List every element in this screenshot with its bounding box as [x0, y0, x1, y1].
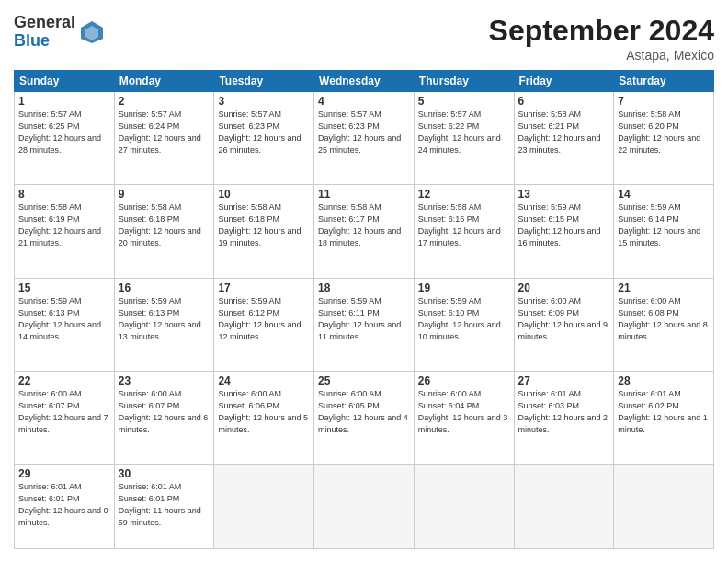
calendar-cell: 6Sunrise: 5:58 AMSunset: 6:21 PMDaylight… — [514, 92, 614, 185]
day-info: Sunrise: 5:58 AMSunset: 6:18 PMDaylight:… — [218, 202, 301, 247]
day-number: 8 — [18, 188, 110, 201]
day-info: Sunrise: 5:59 AMSunset: 6:12 PMDaylight:… — [218, 296, 301, 341]
day-number: 19 — [418, 282, 510, 294]
title-block: September 2024 Astapa, Mexico — [489, 14, 714, 63]
day-number: 6 — [518, 95, 610, 108]
month-title: September 2024 — [489, 14, 714, 48]
day-number: 1 — [18, 95, 110, 108]
calendar-cell: 30Sunrise: 6:01 AMSunset: 6:01 PMDayligh… — [114, 465, 214, 549]
col-header-friday: Friday — [514, 71, 614, 92]
day-number: 13 — [518, 188, 610, 201]
calendar-cell: 11Sunrise: 5:58 AMSunset: 6:17 PMDayligh… — [314, 185, 415, 278]
day-number: 3 — [218, 95, 310, 108]
day-number: 30 — [119, 467, 210, 480]
header: General Blue September 2024 Astapa, Mexi… — [14, 14, 714, 63]
calendar-cell: 8Sunrise: 5:58 AMSunset: 6:19 PMDaylight… — [15, 185, 115, 278]
logo: General Blue — [14, 14, 106, 51]
calendar-cell: 15Sunrise: 5:59 AMSunset: 6:13 PMDayligh… — [15, 278, 115, 371]
day-number: 4 — [318, 95, 410, 108]
day-info: Sunrise: 6:00 AMSunset: 6:05 PMDaylight:… — [318, 389, 408, 434]
day-number: 5 — [418, 95, 510, 108]
day-number: 16 — [119, 282, 210, 294]
logo-icon — [78, 18, 106, 46]
day-number: 21 — [618, 282, 710, 294]
day-info: Sunrise: 5:57 AMSunset: 6:22 PMDaylight:… — [418, 109, 501, 155]
calendar-cell — [514, 465, 614, 549]
day-number: 22 — [18, 374, 110, 387]
day-info: Sunrise: 5:58 AMSunset: 6:21 PMDaylight:… — [518, 109, 601, 155]
day-info: Sunrise: 6:01 AMSunset: 6:01 PMDaylight:… — [18, 482, 108, 527]
calendar-cell: 23Sunrise: 6:00 AMSunset: 6:07 PMDayligh… — [114, 371, 214, 464]
day-number: 28 — [618, 374, 710, 387]
calendar-cell: 21Sunrise: 6:00 AMSunset: 6:08 PMDayligh… — [614, 278, 714, 371]
logo-line2: Blue — [14, 32, 75, 51]
calendar-cell — [414, 465, 514, 549]
col-header-monday: Monday — [114, 71, 214, 92]
day-info: Sunrise: 5:57 AMSunset: 6:25 PMDaylight:… — [18, 109, 101, 155]
day-number: 14 — [618, 188, 710, 201]
col-header-thursday: Thursday — [414, 71, 514, 92]
day-info: Sunrise: 5:58 AMSunset: 6:19 PMDaylight:… — [18, 202, 101, 247]
calendar-cell: 29Sunrise: 6:01 AMSunset: 6:01 PMDayligh… — [15, 465, 115, 549]
col-header-saturday: Saturday — [614, 71, 714, 92]
col-header-tuesday: Tuesday — [214, 71, 314, 92]
day-number: 27 — [518, 374, 610, 387]
day-info: Sunrise: 6:01 AMSunset: 6:02 PMDaylight:… — [618, 389, 708, 434]
day-info: Sunrise: 6:00 AMSunset: 6:08 PMDaylight:… — [618, 296, 708, 341]
day-info: Sunrise: 6:01 AMSunset: 6:01 PMDaylight:… — [119, 482, 201, 527]
day-number: 9 — [119, 188, 210, 201]
calendar-cell — [214, 465, 314, 549]
calendar-cell: 25Sunrise: 6:00 AMSunset: 6:05 PMDayligh… — [314, 371, 415, 464]
calendar-cell: 12Sunrise: 5:58 AMSunset: 6:16 PMDayligh… — [414, 185, 514, 278]
calendar-cell: 13Sunrise: 5:59 AMSunset: 6:15 PMDayligh… — [514, 185, 614, 278]
day-info: Sunrise: 5:59 AMSunset: 6:14 PMDaylight:… — [618, 202, 700, 247]
day-info: Sunrise: 5:57 AMSunset: 6:23 PMDaylight:… — [218, 109, 301, 155]
day-info: Sunrise: 5:59 AMSunset: 6:13 PMDaylight:… — [18, 296, 101, 341]
day-info: Sunrise: 6:00 AMSunset: 6:04 PMDaylight:… — [418, 389, 508, 434]
day-info: Sunrise: 6:00 AMSunset: 6:09 PMDaylight:… — [518, 296, 609, 341]
calendar-cell: 19Sunrise: 5:59 AMSunset: 6:10 PMDayligh… — [414, 278, 514, 371]
day-info: Sunrise: 6:00 AMSunset: 6:06 PMDaylight:… — [218, 389, 308, 434]
day-number: 15 — [18, 282, 110, 294]
day-number: 11 — [318, 188, 410, 201]
day-number: 23 — [119, 374, 210, 387]
calendar-cell: 26Sunrise: 6:00 AMSunset: 6:04 PMDayligh… — [414, 371, 514, 464]
day-info: Sunrise: 5:58 AMSunset: 6:17 PMDaylight:… — [318, 202, 401, 247]
calendar-cell: 18Sunrise: 5:59 AMSunset: 6:11 PMDayligh… — [314, 278, 415, 371]
calendar-cell: 4Sunrise: 5:57 AMSunset: 6:23 PMDaylight… — [314, 92, 415, 185]
page: General Blue September 2024 Astapa, Mexi… — [0, 0, 728, 563]
day-number: 10 — [218, 188, 310, 201]
calendar-cell: 28Sunrise: 6:01 AMSunset: 6:02 PMDayligh… — [614, 371, 714, 464]
day-number: 25 — [318, 374, 410, 387]
day-number: 12 — [418, 188, 510, 201]
calendar-cell: 2Sunrise: 5:57 AMSunset: 6:24 PMDaylight… — [114, 92, 214, 185]
day-info: Sunrise: 5:59 AMSunset: 6:11 PMDaylight:… — [318, 296, 401, 341]
calendar-table: SundayMondayTuesdayWednesdayThursdayFrid… — [14, 70, 714, 549]
day-number: 17 — [218, 282, 310, 294]
calendar-cell: 20Sunrise: 6:00 AMSunset: 6:09 PMDayligh… — [514, 278, 614, 371]
day-info: Sunrise: 5:59 AMSunset: 6:13 PMDaylight:… — [119, 296, 201, 341]
calendar-cell: 9Sunrise: 5:58 AMSunset: 6:18 PMDaylight… — [114, 185, 214, 278]
calendar-cell: 14Sunrise: 5:59 AMSunset: 6:14 PMDayligh… — [614, 185, 714, 278]
col-header-sunday: Sunday — [15, 71, 115, 92]
day-info: Sunrise: 5:57 AMSunset: 6:24 PMDaylight:… — [119, 109, 201, 155]
day-info: Sunrise: 5:59 AMSunset: 6:10 PMDaylight:… — [418, 296, 501, 341]
logo-line1: General — [14, 14, 75, 32]
day-number: 7 — [618, 95, 710, 108]
calendar-cell: 10Sunrise: 5:58 AMSunset: 6:18 PMDayligh… — [214, 185, 314, 278]
calendar-cell — [614, 465, 714, 549]
calendar-cell: 5Sunrise: 5:57 AMSunset: 6:22 PMDaylight… — [414, 92, 514, 185]
col-header-wednesday: Wednesday — [314, 71, 415, 92]
day-number: 26 — [418, 374, 510, 387]
calendar-cell: 22Sunrise: 6:00 AMSunset: 6:07 PMDayligh… — [15, 371, 115, 464]
day-info: Sunrise: 5:58 AMSunset: 6:16 PMDaylight:… — [418, 202, 501, 247]
day-info: Sunrise: 6:01 AMSunset: 6:03 PMDaylight:… — [518, 389, 609, 434]
day-info: Sunrise: 5:58 AMSunset: 6:20 PMDaylight:… — [618, 109, 700, 155]
day-number: 24 — [218, 374, 310, 387]
calendar-cell — [314, 465, 415, 549]
day-info: Sunrise: 5:57 AMSunset: 6:23 PMDaylight:… — [318, 109, 401, 155]
day-info: Sunrise: 6:00 AMSunset: 6:07 PMDaylight:… — [119, 389, 209, 434]
calendar-cell: 3Sunrise: 5:57 AMSunset: 6:23 PMDaylight… — [214, 92, 314, 185]
day-number: 18 — [318, 282, 410, 294]
calendar-cell: 7Sunrise: 5:58 AMSunset: 6:20 PMDaylight… — [614, 92, 714, 185]
